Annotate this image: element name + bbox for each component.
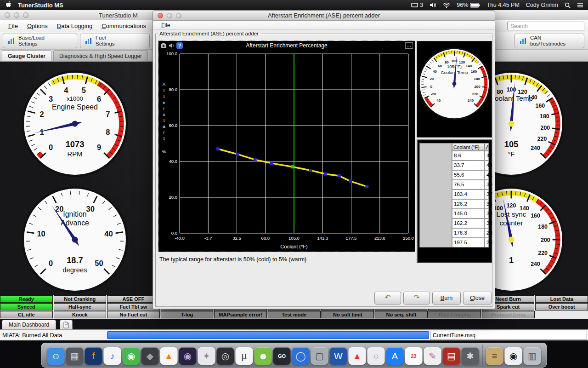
curve-point[interactable]: [365, 185, 368, 188]
minimize-window-button[interactable]: [14, 12, 19, 18]
table-cell-coolant[interactable]: 8.6: [452, 151, 485, 161]
table-cell-afterstart[interactable]: 35: [485, 199, 489, 209]
table-cell-afterstart[interactable]: 37: [485, 190, 489, 199]
speaker-icon[interactable]: [169, 43, 175, 48]
dock-icon-word[interactable]: W: [330, 347, 347, 365]
curve-point[interactable]: [349, 179, 352, 183]
curve-point[interactable]: [254, 158, 257, 161]
zoom-dialog-button[interactable]: [176, 13, 181, 18]
dock-icon-gears-app[interactable]: ✱: [462, 347, 479, 365]
dock-icon-white-app[interactable]: ○: [368, 347, 385, 365]
battery-menu-extra[interactable]: 96%: [457, 2, 480, 8]
ase-dialog-titlebar[interactable]: Afterstart Enrichment (ASE) percent adde…: [153, 11, 495, 21]
svg-text:7: 7: [106, 110, 110, 118]
dock-icon-blue-sphere[interactable]: ◯: [292, 347, 310, 365]
dock-icon-firefox[interactable]: f: [85, 347, 102, 365]
chart-options-icon[interactable]: ...: [405, 42, 413, 49]
menubar-user[interactable]: Cody Grimm: [526, 2, 558, 8]
close-dialog-button[interactable]: [158, 13, 163, 18]
screens-menu-extra[interactable]: 3: [411, 2, 423, 8]
table-scrollbar[interactable]: [419, 143, 452, 247]
table-cell-coolant[interactable]: 103.4: [452, 190, 485, 199]
spotlight-menu-extra[interactable]: [565, 2, 571, 8]
table-cell-coolant[interactable]: 126.2: [452, 199, 485, 209]
dock-icon-calendar[interactable]: 23: [405, 347, 423, 365]
dock-icon-gopro[interactable]: GO: [273, 347, 291, 365]
dock-icon-alien-app[interactable]: ☻: [254, 347, 272, 365]
basic-load-settings-button[interactable]: Basic/LoadSettings: [3, 34, 77, 48]
curve-point[interactable]: [338, 174, 341, 178]
zoom-window-button[interactable]: [23, 12, 28, 18]
menubar-app-name[interactable]: TunerStudio MS: [18, 2, 63, 9]
table-cell-afterstart[interactable]: 47: [485, 151, 489, 161]
minimize-dialog-button[interactable]: [167, 13, 172, 18]
close-window-button[interactable]: [5, 12, 10, 18]
burn-button[interactable]: Burn: [432, 292, 461, 305]
dock-icon-gray-app[interactable]: ▢: [311, 347, 328, 365]
table-cell-coolant[interactable]: 145.0: [452, 209, 485, 218]
table-cell-coolant[interactable]: 55.6: [452, 170, 485, 180]
table-cell-coolant[interactable]: 176.3: [452, 228, 485, 238]
help-icon[interactable]: ?: [176, 42, 183, 49]
table-cell-afterstart[interactable]: 26: [485, 238, 489, 247]
dock-icon-camera-app[interactable]: ◎: [217, 347, 234, 365]
menu-communications[interactable]: Communications: [97, 23, 151, 29]
dock-icon-dark-utility[interactable]: ▦: [66, 347, 84, 365]
redo-button[interactable]: ↷: [403, 292, 430, 305]
table-cell-afterstart[interactable]: 32: [485, 218, 489, 228]
current-tune-file[interactable]: CurrentTune.msq: [430, 331, 587, 340]
undo-button[interactable]: ↶: [374, 292, 401, 305]
dock-icon-dark-app[interactable]: ◆: [141, 347, 159, 365]
dock-icon-light-app[interactable]: ✦: [198, 347, 215, 365]
dock-icon-final-cut[interactable]: ◉: [179, 347, 197, 365]
dock-icon-art-app[interactable]: ✎: [424, 347, 441, 365]
curve-point[interactable]: [324, 172, 327, 176]
menu-file[interactable]: File: [4, 23, 23, 29]
curve-point[interactable]: [236, 153, 239, 156]
close-button[interactable]: Close: [463, 292, 492, 305]
can-bus-testmodes-button[interactable]: CANbus/Testmodes: [514, 34, 584, 48]
volume-menu-extra[interactable]: [430, 2, 436, 8]
table-cell-coolant[interactable]: 162.2: [452, 218, 485, 228]
dock-icon-red-book[interactable]: ▤: [443, 347, 460, 365]
dock-icon-vlc[interactable]: ▲: [160, 347, 178, 365]
table-cell-coolant[interactable]: 76.5: [452, 180, 485, 190]
table-cell-afterstart[interactable]: 44: [485, 161, 489, 170]
notification-center-menu-extra[interactable]: [577, 3, 583, 8]
wifi-menu-extra[interactable]: [443, 2, 450, 8]
curve-point[interactable]: [270, 161, 273, 165]
fuel-settings-button[interactable]: FuelSettings: [80, 34, 150, 48]
curve-point[interactable]: [216, 147, 220, 150]
dock-icon-app-store[interactable]: A: [386, 347, 404, 365]
dock-icon-screen-recorder[interactable]: ◉: [505, 347, 522, 365]
menubar-clock[interactable]: Thu 4:45 PM: [486, 2, 520, 8]
curve-point[interactable]: [309, 169, 312, 172]
table-cell-coolant[interactable]: 33.7: [452, 161, 485, 170]
search-input[interactable]: [507, 22, 584, 30]
tab-main-dashboard[interactable]: Main Dashboard: [2, 320, 56, 329]
menu-data-logging[interactable]: Data Logging: [52, 23, 97, 29]
add-dashboard-tab[interactable]: [60, 320, 73, 329]
table-cell-afterstart[interactable]: 39: [485, 180, 489, 190]
dock-icon-green-app[interactable]: ◉: [123, 347, 140, 365]
dialog-menu-file[interactable]: File: [157, 22, 175, 29]
dock-icon-rocket-app[interactable]: ▲: [349, 347, 366, 365]
dock-icon-finder[interactable]: ☺: [47, 347, 65, 365]
table-cell-afterstart[interactable]: 33: [485, 209, 489, 218]
dock-icon-downloads-stack[interactable]: ≡: [486, 347, 503, 365]
dock-icon-trash[interactable]: ▥: [524, 347, 541, 365]
ase-curve-chart[interactable]: -40.0-3.732.568.8105.0141.3177.5213.8250…: [158, 50, 415, 252]
table-cell-coolant[interactable]: 197.5: [452, 238, 485, 247]
dock-icon-music-player[interactable]: ♪: [104, 347, 121, 365]
camera-icon[interactable]: [160, 43, 167, 48]
tab-diagnostics-logger[interactable]: Diagnostics & High Speed Logger: [53, 50, 148, 61]
curve-point[interactable]: [291, 165, 294, 168]
menu-options[interactable]: Options: [23, 23, 52, 29]
apple-menu-icon[interactable]: [6, 1, 11, 10]
tab-gauge-cluster[interactable]: Gauge Cluster: [2, 50, 51, 61]
dock-icon-mu-editor[interactable]: µ: [236, 347, 253, 365]
svg-text:counter: counter: [499, 219, 523, 227]
svg-text:A: A: [163, 82, 166, 87]
table-cell-afterstart[interactable]: 29: [485, 228, 489, 238]
table-cell-afterstart[interactable]: 41: [485, 170, 489, 180]
